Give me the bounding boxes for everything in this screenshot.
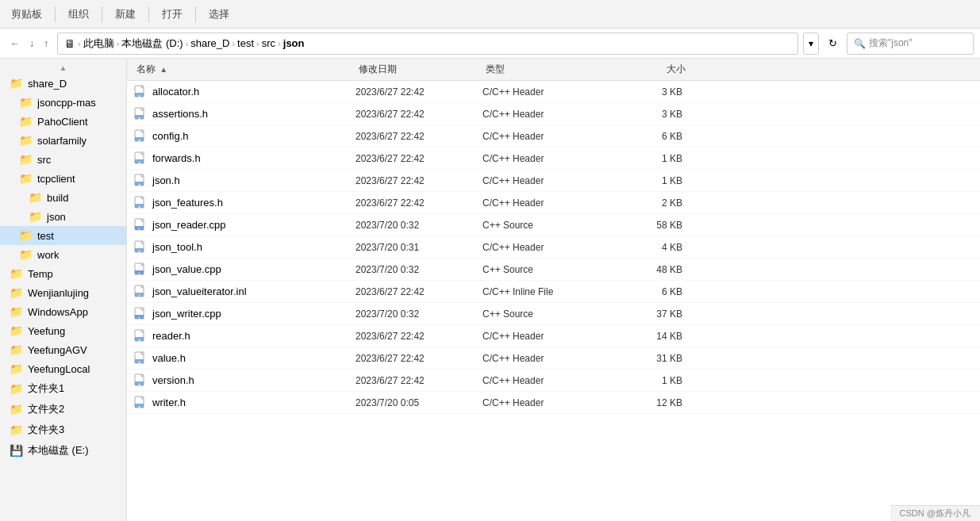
file-type: C/C++ Inline File xyxy=(482,286,625,297)
sidebar-item[interactable]: 📁Wenjianlujing xyxy=(0,283,126,302)
folder-icon: 📁 xyxy=(19,172,33,185)
file-name: allocator.h xyxy=(152,86,199,98)
back-btn[interactable]: ← xyxy=(6,36,24,52)
col-name-header[interactable]: 名称 ▲ xyxy=(133,59,355,79)
table-row[interactable]: I json_valueiterator.inl2023/6/27 22:42C… xyxy=(127,281,980,303)
file-date: 2023/6/27 22:42 xyxy=(355,175,482,186)
sidebar-item[interactable]: 📁tcpclient xyxy=(0,169,126,188)
file-name: writer.h xyxy=(152,396,186,408)
file-size: 6 KB xyxy=(625,286,689,297)
file-name-cell: H version.h xyxy=(133,374,355,388)
file-date: 2023/6/27 22:42 xyxy=(355,331,482,342)
file-name-cell: H value.h xyxy=(133,351,355,366)
search-icon: 🔍 xyxy=(854,38,866,49)
sidebar-item[interactable]: 📁Yeefung xyxy=(0,321,126,340)
up-btn[interactable]: ↑ xyxy=(40,36,52,52)
sidebar-item[interactable]: 📁src xyxy=(0,150,126,169)
breadcrumb[interactable]: 🖥 › 此电脑 › 本地磁盘 (D:) › share_D › test › s… xyxy=(57,33,798,55)
sidebar-item[interactable]: 📁Temp xyxy=(0,264,126,283)
col-date-header[interactable]: 修改日期 xyxy=(355,59,482,79)
folder-icon: 📁 xyxy=(29,210,42,223)
table-row[interactable]: H json.h2023/6/27 22:42C/C++ Header1 KB xyxy=(127,170,980,192)
breadcrumb-disk[interactable]: 本地磁盘 (D:) xyxy=(121,36,183,51)
breadcrumb-computer[interactable]: 此电脑 xyxy=(83,36,114,51)
sidebar-item[interactable]: 📁share_D xyxy=(0,74,126,93)
down-btn[interactable]: ↓ xyxy=(25,36,38,52)
file-type-icon: H xyxy=(133,107,148,121)
sidebar-item[interactable]: 📁PahoClient xyxy=(0,112,126,131)
file-type-icon: H xyxy=(133,196,148,210)
file-type-icon: H xyxy=(133,396,148,410)
svg-text:I: I xyxy=(138,294,140,298)
table-row[interactable]: H reader.h2023/6/27 22:42C/C++ Header14 … xyxy=(127,325,980,347)
folder-icon: 📁 xyxy=(10,382,23,395)
file-date: 2023/6/27 22:42 xyxy=(355,375,482,386)
sidebar-item-label: json xyxy=(47,211,66,223)
table-row[interactable]: H version.h2023/6/27 22:42C/C++ Header1 … xyxy=(127,370,980,392)
file-date: 2023/6/27 22:42 xyxy=(355,353,482,364)
sidebar-item[interactable]: 📁WindowsApp xyxy=(0,302,126,321)
sidebar-item[interactable]: 📁文件夹1 xyxy=(0,378,126,399)
folder-icon: 📁 xyxy=(10,77,23,90)
breadcrumb-test[interactable]: test xyxy=(237,37,254,49)
search-box[interactable]: 🔍 搜索"json" xyxy=(847,33,974,55)
new-btn[interactable]: 新建 xyxy=(110,5,140,24)
open-btn[interactable]: 打开 xyxy=(157,5,187,24)
file-type-icon: H xyxy=(133,85,148,99)
sidebar-item[interactable]: 📁solarfamily xyxy=(0,131,126,150)
sidebar-item-label: 本地磁盘 (E:) xyxy=(28,443,89,458)
folder-icon: 📁 xyxy=(19,96,33,109)
folder-icon: 📁 xyxy=(10,343,23,356)
sidebar-item[interactable]: 📁jsoncpp-mas xyxy=(0,93,126,112)
table-row[interactable]: H json_features.h2023/6/27 22:42C/C++ He… xyxy=(127,192,980,214)
clipboard-btn[interactable]: 剪贴板 xyxy=(6,5,47,24)
folder-icon: 📁 xyxy=(10,324,23,337)
file-size: 3 KB xyxy=(625,109,689,120)
svg-text:H: H xyxy=(138,339,140,343)
sidebar-item[interactable]: 📁YeefungAGV xyxy=(0,340,126,359)
file-area: 名称 ▲ 修改日期 类型 大小 H allocator.h2023/6/27 2… xyxy=(127,59,980,521)
file-date: 2023/7/20 0:32 xyxy=(355,308,482,320)
breadcrumb-shared[interactable]: share_D xyxy=(190,37,229,49)
sep3 xyxy=(148,6,149,22)
folder-icon: 📁 xyxy=(10,403,23,416)
file-size: 6 KB xyxy=(625,131,689,142)
svg-text:C: C xyxy=(138,316,140,320)
organize-btn[interactable]: 组织 xyxy=(63,5,94,24)
file-size: 14 KB xyxy=(625,331,689,342)
breadcrumb-src[interactable]: src xyxy=(262,37,275,49)
table-row[interactable]: C json_value.cpp2023/7/20 0:32C++ Source… xyxy=(127,259,980,281)
table-row[interactable]: H config.h2023/6/27 22:42C/C++ Header6 K… xyxy=(127,125,980,147)
table-row[interactable]: H allocator.h2023/6/27 22:42C/C++ Header… xyxy=(127,81,980,103)
dropdown-btn[interactable]: ▾ xyxy=(803,33,819,55)
file-name-cell: H json_tool.h xyxy=(133,240,355,255)
file-type: C/C++ Header xyxy=(482,375,625,386)
sidebar-item[interactable]: 📁YeefungLocal xyxy=(0,359,126,378)
file-name-cell: H assertions.h xyxy=(133,107,355,121)
breadcrumb-json[interactable]: json xyxy=(283,37,305,49)
file-type: C++ Source xyxy=(482,308,625,320)
refresh-btn[interactable]: ↻ xyxy=(824,35,842,52)
col-type-header[interactable]: 类型 xyxy=(482,59,625,79)
file-size: 2 KB xyxy=(625,197,689,209)
table-row[interactable]: H json_tool.h2023/7/20 0:31C/C++ Header4… xyxy=(127,236,980,259)
select-btn[interactable]: 选择 xyxy=(204,5,234,24)
table-row[interactable]: C json_writer.cpp2023/7/20 0:32C++ Sourc… xyxy=(127,303,980,325)
sidebar-item[interactable]: 📁work xyxy=(0,245,126,264)
svg-text:H: H xyxy=(138,383,140,387)
file-type-icon: C xyxy=(133,307,148,321)
table-row[interactable]: H writer.h2023/7/20 0:05C/C++ Header12 K… xyxy=(127,392,980,414)
sidebar-item[interactable]: 📁test xyxy=(0,226,126,245)
main-layout: ▲ 📁share_D📁jsoncpp-mas📁PahoClient📁solarf… xyxy=(0,59,980,521)
table-row[interactable]: H forwards.h2023/6/27 22:42C/C++ Header1… xyxy=(127,147,980,170)
col-size-header[interactable]: 大小 xyxy=(625,59,689,79)
sidebar-item[interactable]: 💾本地磁盘 (E:) xyxy=(0,440,126,461)
folder-icon: 💾 xyxy=(10,444,23,457)
table-row[interactable]: H value.h2023/6/27 22:42C/C++ Header31 K… xyxy=(127,347,980,370)
table-row[interactable]: C json_reader.cpp2023/7/20 0:32C++ Sourc… xyxy=(127,214,980,236)
sidebar-item[interactable]: 📁文件夹3 xyxy=(0,419,126,440)
sidebar-item[interactable]: 📁文件夹2 xyxy=(0,399,126,419)
sidebar-item[interactable]: 📁build xyxy=(0,188,126,207)
sidebar-item[interactable]: 📁json xyxy=(0,207,126,226)
table-row[interactable]: H assertions.h2023/6/27 22:42C/C++ Heade… xyxy=(127,103,980,125)
